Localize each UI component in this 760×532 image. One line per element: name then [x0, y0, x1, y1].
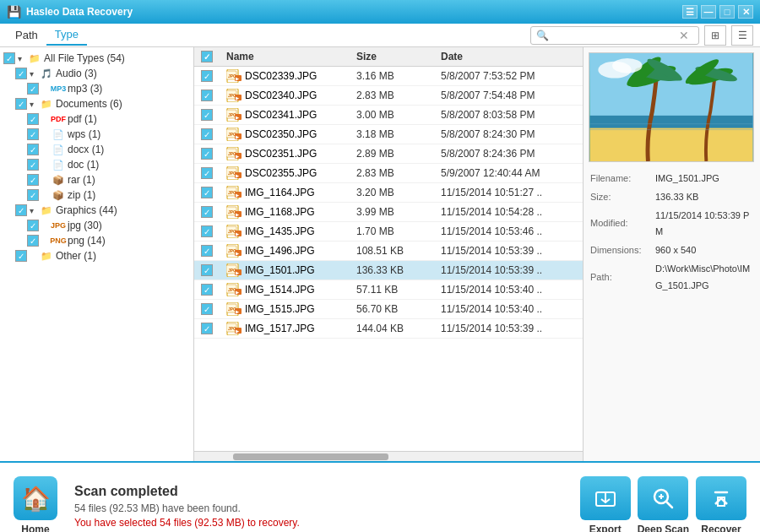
file-row[interactable]: ✓ JPG ▶ DSC02340.JPG 2.83 MB 5/8/2007 7:… [194, 86, 583, 106]
file-row[interactable]: ✓ JPG ▶ IMG_1496.JPG 108.51 KB 11/15/201… [194, 242, 583, 261]
file-check-7[interactable]: ✓ [201, 206, 213, 218]
search-clear-icon[interactable]: ✕ [679, 29, 689, 42]
check-audio[interactable]: ✓ [15, 68, 27, 79]
file-row[interactable]: ✓ JPG ▶ IMG_1164.JPG 3.20 MB 11/15/2014 … [194, 183, 583, 203]
check-doc[interactable]: ✓ [27, 159, 39, 171]
file-row[interactable]: ✓ JPG ▶ DSC02350.JPG 3.18 MB 5/8/2007 8:… [194, 125, 583, 144]
file-row[interactable]: ✓ JPG ▶ IMG_1517.JPG 144.04 KB 11/15/201… [194, 319, 583, 339]
horizontal-scrollbar[interactable] [194, 451, 583, 461]
file-check-12[interactable]: ✓ [201, 303, 213, 315]
recover-button[interactable]: Recover [696, 476, 746, 532]
menu-btn[interactable]: ☰ [682, 5, 698, 19]
header-date[interactable]: Date [441, 51, 576, 62]
home-button[interactable]: 🏠 Home [14, 476, 57, 532]
check-rar[interactable]: ✓ [27, 174, 39, 186]
tree-item-jpg[interactable]: ✓ JPG jpg (30) [0, 218, 193, 233]
check-mp3[interactable]: ✓ [27, 83, 39, 95]
deep-scan-button[interactable]: Deep Scan [638, 476, 689, 532]
check-docx[interactable]: ✓ [27, 144, 39, 155]
file-check-10[interactable]: ✓ [201, 264, 213, 276]
tree-item-audio[interactable]: ✓ ▾ 🎵 Audio (3) [0, 66, 193, 81]
tree-item-docx[interactable]: ✓ 📄 docx (1) [0, 142, 193, 157]
file-name-10: JPG ▶ IMG_1501.JPG [226, 263, 356, 277]
tree-panel: ✓ ▾ 📁 All File Types (54) ✓ ▾ 🎵 Audio (3… [0, 47, 194, 461]
search-box[interactable]: 🔍 ✕ [530, 26, 699, 45]
size-value: 136.33 KB [655, 189, 753, 206]
check-documents[interactable]: ✓ [15, 98, 27, 110]
file-check-9[interactable]: ✓ [201, 245, 213, 257]
jpg-file-icon: JPG ▶ [226, 225, 242, 238]
tree-item-pdf[interactable]: ✓ PDF pdf (1) [0, 111, 193, 127]
tree-item-png[interactable]: ✓ PNG png (14) [0, 233, 193, 248]
file-row[interactable]: ✓ JPG ▶ DSC02341.JPG 3.00 MB 5/8/2007 8:… [194, 106, 583, 125]
check-other[interactable]: ✓ [15, 250, 27, 262]
minimize-btn[interactable]: — [701, 5, 716, 19]
file-check-11[interactable]: ✓ [201, 284, 213, 296]
check-zip[interactable]: ✓ [27, 189, 39, 201]
tree-item-graphics[interactable]: ✓ ▾ 📁 Graphics (44) [0, 203, 193, 218]
file-name-0: JPG ▶ DSC02339.JPG [226, 69, 356, 83]
check-jpg[interactable]: ✓ [27, 220, 39, 231]
file-row[interactable]: ✓ JPG ▶ IMG_1501.JPG 136.33 KB 11/15/201… [194, 261, 583, 280]
file-row[interactable]: ✓ JPG ▶ IMG_1435.JPG 1.70 MB 11/15/2014 … [194, 222, 583, 242]
file-check-6[interactable]: ✓ [201, 187, 213, 198]
file-check-3[interactable]: ✓ [201, 128, 213, 140]
main-content: ✓ ▾ 📁 All File Types (54) ✓ ▾ 🎵 Audio (3… [0, 47, 760, 461]
jpg-file-icon: JPG ▶ [226, 263, 242, 277]
export-button[interactable]: Export [580, 476, 631, 532]
file-row[interactable]: ✓ JPG ▶ DSC02351.JPG 2.89 MB 5/8/2007 8:… [194, 144, 583, 164]
svg-rect-72 [590, 128, 753, 161]
toggle-graphics[interactable]: ▾ [30, 206, 38, 215]
check-png[interactable]: ✓ [27, 235, 39, 247]
close-btn[interactable]: ✕ [738, 5, 753, 19]
toggle-audio[interactable]: ▾ [30, 69, 38, 79]
file-date-1: 5/8/2007 7:54:48 PM [441, 90, 576, 101]
file-row[interactable]: ✓ JPG ▶ IMG_1514.JPG 57.11 KB 11/15/2014… [194, 280, 583, 300]
file-row[interactable]: ✓ JPG ▶ DSC02355.JPG 2.83 MB 5/9/2007 12… [194, 164, 583, 183]
file-name-5: JPG ▶ DSC02355.JPG [226, 166, 356, 180]
tree-item-rar[interactable]: ✓ 📦 rar (1) [0, 172, 193, 187]
menu-path[interactable]: Path [7, 25, 46, 45]
check-pdf[interactable]: ✓ [27, 113, 39, 125]
file-row[interactable]: ✓ JPG ▶ IMG_1168.JPG 3.99 MB 11/15/2014 … [194, 203, 583, 222]
header-name[interactable]: Name [226, 51, 356, 62]
tree-item-all[interactable]: ✓ ▾ 📁 All File Types (54) [0, 51, 193, 66]
file-check-4[interactable]: ✓ [201, 148, 213, 160]
status-title: Scan completed [74, 484, 580, 499]
tree-item-other[interactable]: ✓ 📁 Other (1) [0, 248, 193, 263]
file-check-1[interactable]: ✓ [201, 90, 213, 101]
other-icon: 📁 [40, 250, 53, 262]
export-icon [580, 476, 631, 520]
tree-item-mp3[interactable]: ✓ MP3 mp3 (3) [0, 81, 193, 96]
file-check-5[interactable]: ✓ [201, 167, 213, 179]
check-all[interactable]: ✓ [3, 52, 15, 64]
maximize-btn[interactable]: □ [719, 5, 735, 19]
grid-view-btn[interactable]: ⊞ [704, 25, 726, 46]
file-check-2[interactable]: ✓ [201, 109, 213, 121]
menu-type[interactable]: Type [46, 24, 87, 46]
list-view-btn[interactable]: ☰ [731, 25, 753, 46]
toggle-all[interactable]: ▾ [18, 54, 26, 63]
file-row[interactable]: ✓ JPG ▶ IMG_1515.JPG 56.70 KB 11/15/2014… [194, 300, 583, 319]
tree-item-wps[interactable]: ✓ 📄 wps (1) [0, 127, 193, 142]
file-row[interactable]: ✓ JPG ▶ DSC02339.JPG 3.16 MB 5/8/2007 7:… [194, 67, 583, 86]
search-icon: 🔍 [536, 30, 549, 41]
search-input[interactable] [552, 30, 679, 41]
toggle-documents[interactable]: ▾ [30, 100, 38, 109]
file-check-0[interactable]: ✓ [201, 70, 213, 82]
file-check-8[interactable]: ✓ [201, 225, 213, 237]
jpg-file-icon: JPG ▶ [226, 128, 242, 141]
tree-item-zip[interactable]: ✓ 📦 zip (1) [0, 187, 193, 203]
path-value: D:\Work\Misc\Photo\IMG_1501.JPG [655, 261, 753, 295]
file-date-5: 5/9/2007 12:40:44 AM [441, 167, 576, 179]
check-wps[interactable]: ✓ [27, 128, 39, 140]
check-graphics[interactable]: ✓ [15, 204, 27, 216]
tree-item-documents[interactable]: ✓ ▾ 📁 Documents (6) [0, 96, 193, 111]
audio-icon: 🎵 [40, 68, 53, 79]
file-check-13[interactable]: ✓ [201, 323, 213, 334]
tree-item-doc[interactable]: ✓ 📄 doc (1) [0, 157, 193, 172]
header-size[interactable]: Size [356, 51, 441, 62]
dimensions-label: Dimensions: [590, 242, 654, 259]
check-all-files[interactable]: ✓ [201, 51, 213, 62]
filename-label: Filename: [590, 171, 654, 187]
